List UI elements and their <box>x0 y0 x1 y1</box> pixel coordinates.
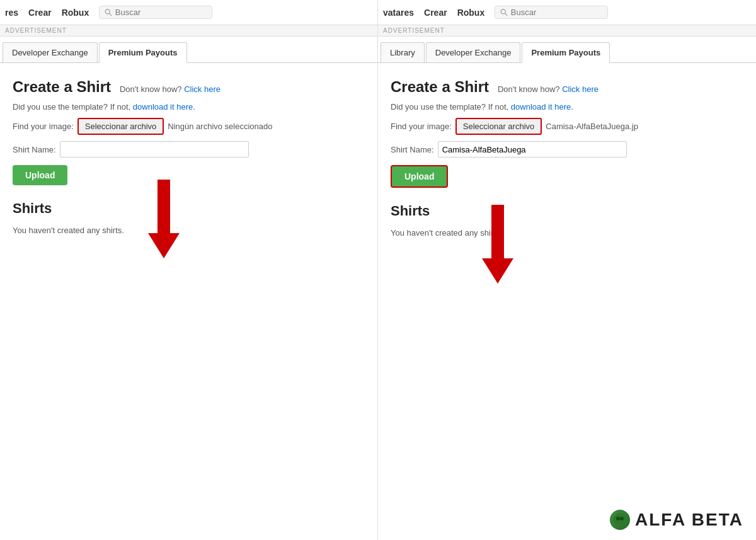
ad-bar-right: ADVERTISEMENT <box>378 25 756 37</box>
create-shirt-title-right: Create a Shirt <box>391 78 489 95</box>
create-shirt-header-left: Create a Shirt Don't know how? Click her… <box>13 78 365 96</box>
nav-robux-left[interactable]: Robux <box>62 8 89 18</box>
search-input-right[interactable] <box>511 8 602 17</box>
nav-crear-left[interactable]: Crear <box>28 8 52 18</box>
svg-point-8 <box>620 517 624 520</box>
svg-line-1 <box>110 13 112 16</box>
shirt-name-input-left[interactable] <box>60 141 249 158</box>
file-name-left: Ningún archivo seleccionado <box>168 122 272 131</box>
ad-bar-left: ADVERTISEMENT <box>0 25 377 37</box>
tab-developer-exchange-right[interactable]: Developer Exchange <box>426 42 521 62</box>
create-shirt-title-left: Create a Shirt <box>13 78 111 95</box>
nav-robux-right[interactable]: Robux <box>457 8 485 18</box>
find-image-label-left: Find your image: <box>13 122 74 131</box>
svg-point-6 <box>613 513 627 527</box>
click-here-link-right[interactable]: Click here <box>562 84 598 94</box>
file-select-button-right[interactable]: Seleccionar archivo <box>455 118 542 135</box>
search-icon-right <box>500 8 508 17</box>
tab-library-right[interactable]: Library <box>381 42 425 62</box>
search-box-right[interactable] <box>495 6 608 19</box>
nav-partial-left: res <box>5 8 18 18</box>
file-select-button-left[interactable]: Seleccionar archivo <box>77 118 164 135</box>
upload-button-left[interactable]: Upload <box>13 165 67 185</box>
content-area-right: Create a Shirt Don't know how? Click her… <box>378 63 756 253</box>
svg-point-0 <box>105 9 110 13</box>
find-image-row-left: Find your image: Seleccionar archivo Nin… <box>13 118 365 135</box>
file-name-right: Camisa-AlfaBetaJuega.jp <box>546 122 638 131</box>
tab-premium-payouts-right[interactable]: Premium Payouts <box>522 42 610 63</box>
tabs-bar-right: Library Developer Exchange Premium Payou… <box>378 37 756 63</box>
template-text-right: Did you use the template? If not, downlo… <box>391 102 743 112</box>
shirts-title-left: Shirts <box>13 200 365 217</box>
no-shirts-text-right: You haven't created any shirts. <box>391 228 743 238</box>
tab-premium-payouts-left[interactable]: Premium Payouts <box>99 42 187 63</box>
nav-partial-right: vatares <box>383 8 414 18</box>
find-image-row-right: Find your image: Seleccionar archivo Cam… <box>391 118 743 135</box>
watermark-text: ALFA BETA <box>635 510 743 530</box>
svg-line-4 <box>505 13 508 16</box>
shirt-name-label-right: Shirt Name: <box>391 145 434 154</box>
no-shirts-text-left: You haven't created any shirts. <box>13 226 365 235</box>
create-shirt-header-right: Create a Shirt Don't know how? Click her… <box>391 78 743 96</box>
nav-crear-right[interactable]: Crear <box>424 8 447 18</box>
download-link-left[interactable]: download it here. <box>133 102 195 112</box>
search-icon-left <box>105 8 113 17</box>
svg-point-3 <box>501 9 505 13</box>
shirt-name-row-right: Shirt Name: <box>391 141 743 158</box>
shirt-name-input-right[interactable] <box>438 141 627 158</box>
download-link-right[interactable]: download it here. <box>511 102 573 112</box>
upload-button-right[interactable]: Upload <box>391 165 448 188</box>
tab-developer-exchange-left[interactable]: Developer Exchange <box>3 42 98 62</box>
tabs-bar-left: Developer Exchange Premium Payouts <box>0 37 377 63</box>
watermark-icon <box>612 512 627 527</box>
shirt-name-row-left: Shirt Name: <box>13 141 365 158</box>
watermark: ALFA BETA <box>605 507 748 532</box>
template-text-left: Did you use the template? If not, downlo… <box>13 102 365 112</box>
search-box-left[interactable] <box>99 6 212 19</box>
content-area-left: Create a Shirt Don't know how? Click her… <box>0 63 377 250</box>
create-shirt-help-left: Don't know how? Click here <box>120 84 220 94</box>
svg-point-7 <box>616 517 620 520</box>
find-image-label-right: Find your image: <box>391 122 452 131</box>
shirt-name-label-left: Shirt Name: <box>13 145 56 154</box>
shirts-title-right: Shirts <box>391 203 743 219</box>
watermark-logo <box>610 510 630 530</box>
click-here-link-left[interactable]: Click here <box>184 84 220 94</box>
search-input-left[interactable] <box>115 8 207 17</box>
create-shirt-help-right: Don't know how? Click here <box>498 84 598 94</box>
